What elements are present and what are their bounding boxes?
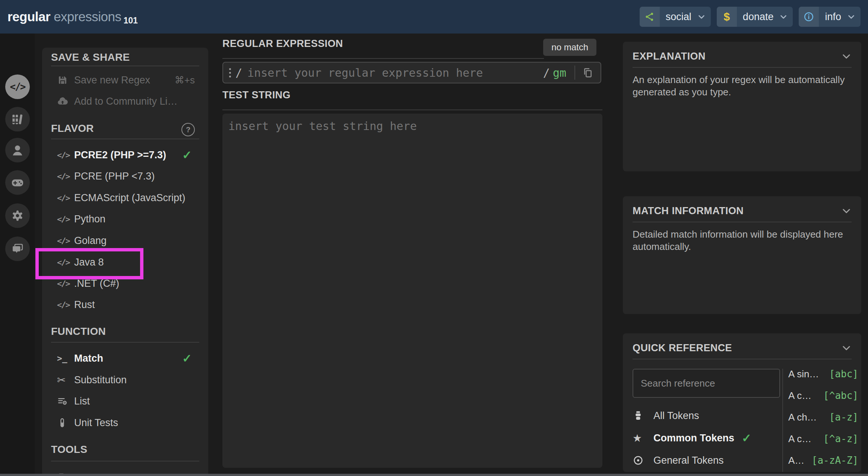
explanation-panel: EXPLANATION An explanation of your regex… (623, 42, 861, 171)
function-item-substitution[interactable]: ✂ Substitution (57, 372, 195, 388)
divider (574, 66, 575, 80)
rail-regex-editor-button[interactable]: </> (5, 74, 30, 99)
category-general-tokens[interactable]: General Tokens (633, 449, 780, 472)
chevron-down-icon[interactable] (841, 206, 852, 216)
chevron-down-icon[interactable] (841, 51, 852, 61)
check-icon: ✓ (182, 148, 192, 162)
chevron-down-icon[interactable] (841, 343, 852, 353)
gear-icon (11, 209, 24, 222)
test-string-section-title: TEST STRING (222, 89, 291, 101)
function-item-unit-tests[interactable]: Unit Tests (57, 415, 195, 431)
dollar-icon: $ (717, 7, 737, 27)
chevron-down-icon (844, 13, 858, 21)
regex-close-delimiter: / (543, 66, 550, 79)
chevron-down-icon (776, 13, 791, 21)
quick-reference-title: QUICK REFERENCE (633, 342, 732, 354)
reference-token-list: A sin… [abc] A c… [^abc] A ch… [a-z] A c… (788, 363, 858, 471)
terminal-icon: >_ (57, 353, 67, 363)
code-slash-icon: </> (57, 193, 70, 203)
function-item-list[interactable]: List (57, 393, 195, 409)
token-negated-range[interactable]: A c… [^a-z] (788, 428, 858, 450)
category-common-tokens[interactable]: ★ Common Tokens ✓ (633, 427, 780, 449)
help-circle-icon[interactable]: ? (181, 123, 195, 136)
save-new-regex-button[interactable]: Save new Regex ⌘+s (57, 72, 195, 88)
save-share-header: SAVE & SHARE (51, 50, 199, 65)
copy-icon[interactable] (582, 67, 594, 79)
flavor-item-java8[interactable]: </> Java 8 (57, 254, 195, 270)
info-menu-button[interactable]: info (799, 7, 861, 27)
code-slash-icon: </> (57, 300, 70, 310)
divider (633, 67, 852, 68)
flavor-item-rust[interactable]: </> Rust (57, 296, 195, 313)
header-menu-buttons: social $ donate (640, 7, 861, 27)
category-all-tokens[interactable]: All Tokens (633, 404, 780, 427)
rail-account-button[interactable] (5, 138, 30, 162)
test-string-placeholder: insert your test string here (228, 120, 417, 133)
rail-feedback-button[interactable] (5, 237, 30, 261)
left-icon-rail: </> (0, 34, 35, 476)
reference-category-list: All Tokens ★ Common Tokens ✓ General Tok… (633, 404, 780, 472)
token-range[interactable]: A ch… [a-z] (788, 406, 858, 428)
sidebar-panel: SAVE & SHARE Save new Regex ⌘+s (42, 48, 208, 476)
chat-icon (11, 242, 24, 256)
divider (782, 369, 783, 472)
flavor-item-pcre[interactable]: </> PCRE (PHP <7.3) (57, 168, 195, 184)
regex-open-delimiter: / (235, 66, 242, 79)
editor-column: REGULAR EXPRESSION no match / insert you… (222, 34, 602, 476)
test-string-input[interactable]: insert your test string here (222, 114, 602, 468)
regex-section-title: REGULAR EXPRESSION (222, 38, 343, 50)
donate-menu-button[interactable]: $ donate (717, 7, 793, 27)
info-column: EXPLANATION An explanation of your regex… (623, 34, 861, 476)
regex101-app: regular expressions 101 social (0, 0, 868, 476)
app-logo[interactable]: regular expressions 101 (7, 9, 138, 24)
add-to-community-label: Add to Community Li… (74, 96, 178, 107)
match-information-body: Detailed match information will be displ… (633, 228, 852, 253)
list-gear-icon (57, 396, 74, 407)
code-slash-icon: </> (57, 236, 70, 245)
social-menu-button[interactable]: social (640, 7, 711, 27)
user-icon (11, 143, 24, 157)
divider (222, 110, 602, 110)
save-shortcut: ⌘+s (175, 74, 195, 86)
divider (633, 222, 852, 222)
regex-input[interactable]: / insert your regular expression here / … (222, 62, 601, 83)
flavor-item-golang[interactable]: </> Golang (57, 232, 195, 249)
flavor-header: FLAVOR (51, 121, 199, 136)
check-icon: ✓ (182, 352, 192, 365)
chevron-down-icon (694, 13, 709, 21)
divider (51, 461, 199, 461)
check-icon: ✓ (742, 431, 751, 445)
donate-menu-label: donate (737, 11, 777, 23)
divider (222, 58, 544, 59)
code-slash-icon: </> (57, 258, 70, 267)
flavor-item-python[interactable]: </> Python (57, 211, 195, 227)
divider (51, 342, 199, 343)
regex-flags[interactable]: gm (553, 66, 566, 79)
drag-handle-dots-icon (229, 68, 231, 77)
gamepad-icon (10, 175, 25, 190)
token-negated-set[interactable]: A c… [^abc] (788, 385, 858, 406)
add-to-community-button[interactable]: Add to Community Li… (57, 93, 195, 110)
code-slash-icon: </> (57, 150, 70, 160)
logo-101: 101 (123, 16, 137, 26)
explanation-title: EXPLANATION (633, 51, 706, 62)
regex-placeholder: insert your regular expression here (247, 66, 483, 79)
token-single-char[interactable]: A sin… [abc] (788, 363, 858, 385)
rail-settings-button[interactable] (5, 203, 30, 228)
function-item-match[interactable]: >_ Match ✓ (57, 350, 195, 366)
tokens-icon (633, 410, 653, 421)
save-new-regex-label: Save new Regex (74, 74, 150, 86)
rail-regex-quiz-button[interactable] (5, 170, 30, 195)
rail-library-button[interactable] (5, 107, 30, 131)
logo-word-regular: regular (7, 9, 50, 24)
category-partial-clipped[interactable]: A (633, 472, 780, 472)
window-bottom-edge (0, 474, 868, 476)
quick-reference-panel: QUICK REFERENCE All To (623, 333, 861, 472)
flavor-item-dotnet[interactable]: </> .NET (C#) (57, 275, 195, 292)
logo-word-expressions: expressions (54, 9, 121, 24)
match-status-badge: no match (543, 39, 596, 56)
reference-search-input[interactable] (633, 369, 780, 398)
token-combined-range[interactable]: A… [a-zA-Z] (788, 450, 858, 471)
flavor-item-pcre2[interactable]: </> PCRE2 (PHP >=7.3) ✓ (57, 147, 195, 163)
flavor-item-ecmascript[interactable]: </> ECMAScript (JavaScript) (57, 190, 195, 206)
